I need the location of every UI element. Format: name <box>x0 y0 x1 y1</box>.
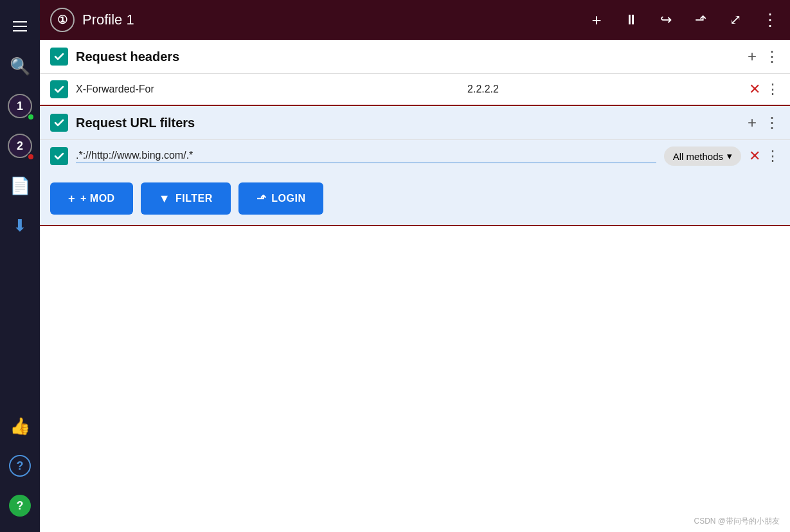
url-rule-more-button[interactable]: ⋮ <box>766 149 780 163</box>
document-icon: 📄 <box>10 176 30 196</box>
header-rule-row: X-Forwarded-For 2.2.2.2 ✕ ⋮ <box>40 73 790 105</box>
topbar: ① Profile 1 + ⏸ ↪ ⬏ ⤢ ⋮ <box>40 0 790 40</box>
request-headers-more-button[interactable]: ⋮ <box>764 49 780 64</box>
sort-icon: ⬇ <box>13 216 27 236</box>
mod-button[interactable]: + + MOD <box>50 182 133 215</box>
login-arrow-icon: ⬏ <box>256 191 267 206</box>
watermark: CSDN @带问号的小朋友 <box>694 516 780 527</box>
methods-dropdown[interactable]: All methods ▾ <box>664 146 741 166</box>
header-rule-actions: ✕ ⋮ <box>749 82 780 96</box>
more-icon: ⋮ <box>766 81 780 97</box>
header-rule-more-button[interactable]: ⋮ <box>766 82 780 96</box>
url-rule-remove-button[interactable]: ✕ <box>749 149 760 163</box>
checkmark-icon <box>53 51 65 62</box>
header-rule-checkbox[interactable] <box>50 80 68 98</box>
login-icon: ⬏ <box>695 12 706 28</box>
checkmark-icon <box>53 117 65 129</box>
request-url-filters-checkbox[interactable] <box>50 114 68 132</box>
sidebar-item-chat[interactable]: ? <box>0 486 40 526</box>
login-topbar-button[interactable]: ⬏ <box>691 10 710 30</box>
request-url-filters-section: Request URL filters + ⋮ .*://ht <box>40 106 790 226</box>
expand-button[interactable]: ⤢ <box>726 10 745 30</box>
chat-icon: ? <box>9 495 31 517</box>
url-rule-row: .*://http://www.bing.com/.* All methods … <box>40 139 790 172</box>
chevron-down-icon: ▾ <box>727 150 732 162</box>
request-headers-add-button[interactable]: + <box>748 49 757 64</box>
plus-icon: + <box>591 10 601 30</box>
methods-label: All methods <box>673 151 723 162</box>
header-rule-name: X-Forwarded-For <box>76 84 217 95</box>
expand-icon: ⤢ <box>730 12 741 28</box>
sidebar-item-thumbsup[interactable]: 👍 <box>0 406 40 446</box>
login-label: LOGIN <box>271 193 305 204</box>
sidebar-item-search[interactable]: 🔍 <box>0 46 40 86</box>
close-icon: ✕ <box>749 81 760 97</box>
mod-label: + MOD <box>80 193 115 204</box>
search-icon: 🔍 <box>10 57 30 76</box>
more-icon: ⋮ <box>764 48 780 65</box>
checkmark-icon <box>53 84 65 95</box>
profile1-badge-green <box>27 113 35 121</box>
add-icon: + <box>748 48 757 65</box>
url-rule-actions: ✕ ⋮ <box>749 149 780 163</box>
more-options-button[interactable]: ⋮ <box>760 10 780 30</box>
request-headers-title: Request headers <box>76 49 740 64</box>
share-button[interactable]: ↪ <box>656 10 676 30</box>
request-headers-header: Request headers + ⋮ <box>40 40 790 73</box>
topbar-title: Profile 1 <box>82 12 579 28</box>
pause-button[interactable]: ⏸ <box>622 10 641 30</box>
share-icon: ↪ <box>660 12 672 28</box>
sidebar-item-document[interactable]: 📄 <box>0 166 40 206</box>
main-area: ① Profile 1 + ⏸ ↪ ⬏ ⤢ ⋮ <box>40 0 790 532</box>
sidebar-item-sort[interactable]: ⬇ <box>0 206 40 245</box>
request-url-add-button[interactable]: + <box>748 115 757 130</box>
more-icon: ⋮ <box>766 148 780 164</box>
url-rule-pattern: .*://http://www.bing.com/.* <box>76 150 656 163</box>
request-url-more-button[interactable]: ⋮ <box>764 115 780 130</box>
checkmark-icon <box>53 150 65 162</box>
sidebar-item-profile1[interactable]: 1 <box>0 86 40 126</box>
help-icon: ? <box>9 455 31 477</box>
login-button[interactable]: ⬏ LOGIN <box>238 182 324 215</box>
topbar-actions: + ⏸ ↪ ⬏ ⤢ ⋮ <box>587 10 780 30</box>
sidebar-item-profile2[interactable]: 2 <box>0 126 40 166</box>
request-headers-actions: + ⋮ <box>748 49 780 64</box>
more-icon: ⋮ <box>764 114 780 131</box>
request-url-filters-actions: + ⋮ <box>748 115 780 130</box>
pause-icon: ⏸ <box>624 12 638 28</box>
profile2-badge-red <box>27 153 35 161</box>
more-icon: ⋮ <box>762 10 778 30</box>
filter-label: FILTER <box>175 193 213 204</box>
add-icon: + <box>748 114 757 131</box>
thumbsup-icon: 👍 <box>10 416 30 436</box>
request-url-filters-header: Request URL filters + ⋮ <box>40 106 790 139</box>
hamburger-menu[interactable] <box>0 6 40 46</box>
request-headers-section: Request headers + ⋮ X-Forwarded <box>40 40 790 106</box>
content-area: Request headers + ⋮ X-Forwarded <box>40 40 790 532</box>
sidebar-item-help[interactable]: ? <box>0 446 40 486</box>
filter-button[interactable]: ▼ FILTER <box>141 182 231 215</box>
action-buttons-row: + + MOD ▼ FILTER ⬏ LOGIN <box>40 172 790 225</box>
filter-icon: ▼ <box>159 192 170 206</box>
left-sidebar: 🔍 1 2 📄 ⬇ 👍 ? ? <box>0 0 40 532</box>
topbar-profile-circle: ① <box>50 8 75 32</box>
add-tab-button[interactable]: + <box>587 10 606 30</box>
header-rule-remove-button[interactable]: ✕ <box>749 82 760 96</box>
plus-icon: + <box>68 192 75 206</box>
header-rule-value: 2.2.2.2 <box>225 84 741 95</box>
close-icon: ✕ <box>749 148 760 164</box>
request-url-filters-title: Request URL filters <box>76 116 740 130</box>
url-rule-checkbox[interactable] <box>50 147 68 165</box>
request-headers-checkbox[interactable] <box>50 48 68 66</box>
hamburger-icon <box>13 21 27 31</box>
